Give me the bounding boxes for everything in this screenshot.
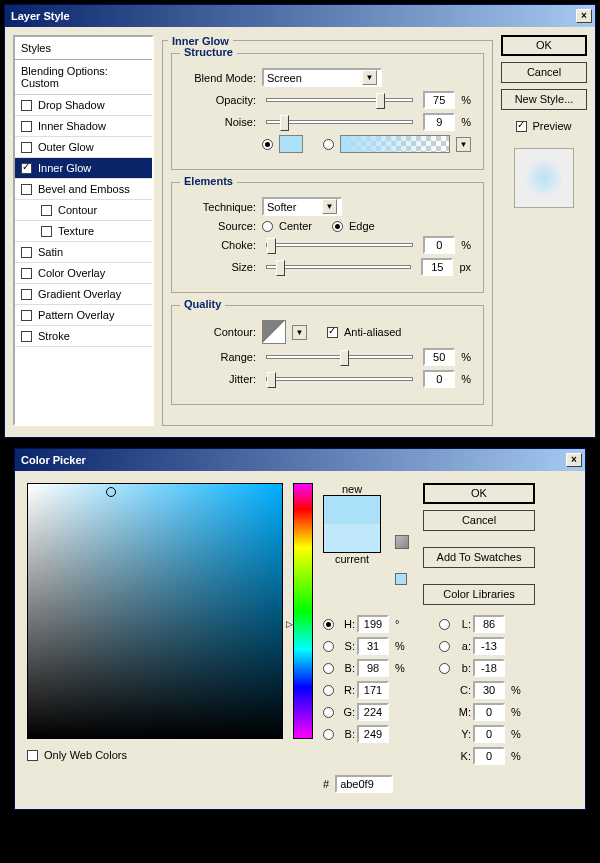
style-checkbox[interactable]	[21, 268, 32, 279]
noise-slider[interactable]	[266, 120, 413, 124]
new-color-label: new	[323, 483, 381, 495]
a-radio[interactable]	[439, 641, 450, 652]
saturation-brightness-field[interactable]	[27, 483, 283, 739]
style-row-color-overlay[interactable]: Color Overlay	[15, 263, 152, 284]
blend-mode-select[interactable]: Screen▼	[262, 68, 382, 87]
gradient-radio[interactable]	[323, 139, 334, 150]
style-row-outer-glow[interactable]: Outer Glow	[15, 137, 152, 158]
b-hsb-input[interactable]: 98	[357, 659, 389, 677]
style-row-gradient-overlay[interactable]: Gradient Overlay	[15, 284, 152, 305]
chevron-down-icon[interactable]: ▼	[292, 325, 307, 340]
y-input[interactable]: 0	[473, 725, 505, 743]
ok-button[interactable]: OK	[423, 483, 535, 504]
jitter-input[interactable]: 0	[423, 370, 455, 388]
hex-input[interactable]: abe0f9	[335, 775, 393, 793]
technique-select[interactable]: Softer▼	[262, 197, 342, 216]
range-input[interactable]: 50	[423, 348, 455, 366]
style-row-stroke[interactable]: Stroke	[15, 326, 152, 347]
color-libraries-button[interactable]: Color Libraries	[423, 584, 535, 605]
a-input[interactable]: -13	[473, 637, 505, 655]
range-slider[interactable]	[266, 355, 413, 359]
size-slider[interactable]	[266, 265, 411, 269]
cancel-button[interactable]: Cancel	[423, 510, 535, 531]
k-input[interactable]: 0	[473, 747, 505, 765]
style-checkbox[interactable]	[21, 331, 32, 342]
size-label: Size:	[184, 261, 256, 273]
anti-aliased-checkbox[interactable]	[327, 327, 338, 338]
close-icon[interactable]: ×	[566, 453, 582, 467]
b-lab-input[interactable]: -18	[473, 659, 505, 677]
style-row-contour[interactable]: Contour	[15, 200, 152, 221]
preview-checkbox[interactable]	[516, 121, 527, 132]
style-checkbox[interactable]	[21, 184, 32, 195]
source-label: Source:	[184, 220, 256, 232]
style-checkbox[interactable]	[41, 205, 52, 216]
add-to-swatches-button[interactable]: Add To Swatches	[423, 547, 535, 568]
cancel-button[interactable]: Cancel	[501, 62, 587, 83]
style-checkbox[interactable]	[21, 142, 32, 153]
style-checkbox[interactable]	[21, 247, 32, 258]
style-label: Outer Glow	[38, 141, 94, 153]
l-input[interactable]: 86	[473, 615, 505, 633]
style-row-inner-glow[interactable]: Inner Glow	[15, 158, 152, 179]
m-input[interactable]: 0	[473, 703, 505, 721]
choke-input[interactable]: 0	[423, 236, 455, 254]
style-checkbox[interactable]	[21, 100, 32, 111]
styles-header[interactable]: Styles	[15, 37, 152, 60]
h-input[interactable]: 199	[357, 615, 389, 633]
l-radio[interactable]	[439, 619, 450, 630]
style-row-inner-shadow[interactable]: Inner Shadow	[15, 116, 152, 137]
only-web-colors-checkbox[interactable]	[27, 750, 38, 761]
elements-legend: Elements	[180, 175, 237, 187]
style-row-bevel-and-emboss[interactable]: Bevel and Emboss	[15, 179, 152, 200]
gamut-warning-icon[interactable]	[395, 535, 409, 549]
b-rgb-input[interactable]: 249	[357, 725, 389, 743]
new-style-button[interactable]: New Style...	[501, 89, 587, 110]
source-center-radio[interactable]	[262, 221, 273, 232]
hue-slider[interactable]	[293, 483, 313, 739]
section-title: Inner Glow	[168, 35, 233, 47]
r-radio[interactable]	[323, 685, 334, 696]
current-color	[324, 524, 380, 552]
noise-input[interactable]: 9	[423, 113, 455, 131]
style-checkbox[interactable]	[21, 289, 32, 300]
structure-legend: Structure	[180, 46, 237, 58]
glow-gradient-picker[interactable]	[340, 135, 450, 153]
choke-slider[interactable]	[266, 243, 413, 247]
opacity-input[interactable]: 75	[423, 91, 455, 109]
layer-style-titlebar[interactable]: Layer Style ×	[5, 5, 595, 27]
close-icon[interactable]: ×	[576, 9, 592, 23]
b-lab-radio[interactable]	[439, 663, 450, 674]
r-input[interactable]: 171	[357, 681, 389, 699]
style-row-satin[interactable]: Satin	[15, 242, 152, 263]
size-input[interactable]: 15	[421, 258, 453, 276]
opacity-slider[interactable]	[266, 98, 413, 102]
h-radio[interactable]	[323, 619, 334, 630]
c-input[interactable]: 30	[473, 681, 505, 699]
b-rgb-radio[interactable]	[323, 729, 334, 740]
style-row-texture[interactable]: Texture	[15, 221, 152, 242]
g-input[interactable]: 224	[357, 703, 389, 721]
source-edge-radio[interactable]	[332, 221, 343, 232]
ok-button[interactable]: OK	[501, 35, 587, 56]
style-checkbox[interactable]	[41, 226, 52, 237]
style-label: Stroke	[38, 330, 70, 342]
color-picker-titlebar[interactable]: Color Picker ×	[15, 449, 585, 471]
s-input[interactable]: 31	[357, 637, 389, 655]
style-row-drop-shadow[interactable]: Drop Shadow	[15, 95, 152, 116]
glow-color-swatch[interactable]	[279, 135, 303, 153]
chevron-down-icon[interactable]: ▼	[456, 137, 471, 152]
b-hsb-radio[interactable]	[323, 663, 334, 674]
s-radio[interactable]	[323, 641, 334, 652]
g-radio[interactable]	[323, 707, 334, 718]
contour-picker[interactable]	[262, 320, 286, 344]
blending-options-row[interactable]: Blending Options: Custom	[15, 60, 152, 95]
style-checkbox[interactable]	[21, 163, 32, 174]
style-checkbox[interactable]	[21, 121, 32, 132]
style-checkbox[interactable]	[21, 310, 32, 321]
color-radio[interactable]	[262, 139, 273, 150]
jitter-slider[interactable]	[266, 377, 413, 381]
websafe-swatch-icon[interactable]	[395, 573, 407, 585]
new-current-swatch[interactable]	[323, 495, 381, 553]
style-row-pattern-overlay[interactable]: Pattern Overlay	[15, 305, 152, 326]
